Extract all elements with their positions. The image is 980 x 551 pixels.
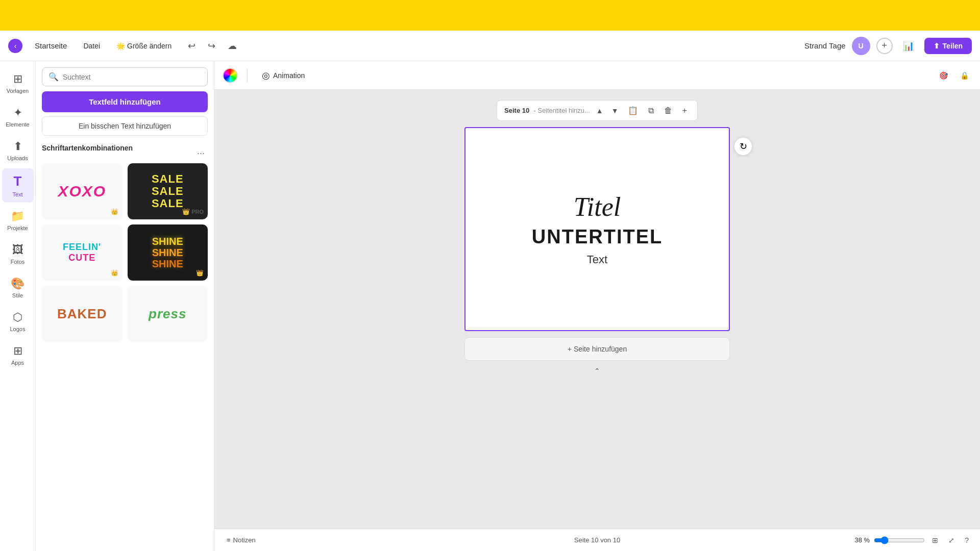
crown-icon-shine: 👑: [196, 269, 204, 277]
press-text: press: [149, 306, 186, 322]
project-name: Strand Tage: [804, 41, 846, 50]
page-down-button[interactable]: ▼: [609, 106, 621, 116]
fullscreen-button[interactable]: ⤢: [945, 534, 958, 546]
font-combo-sale[interactable]: SALE SALE SALE 👑 PRO: [128, 163, 208, 219]
page-up-button[interactable]: ▲: [594, 106, 605, 116]
page-duplicate-button[interactable]: ⧉: [645, 104, 657, 117]
status-bar: ≡ Notizen Seite 10 von 10 38 % ⊞ ⤢ ?: [214, 529, 980, 551]
color-swatch[interactable]: [223, 68, 238, 83]
file-button[interactable]: Datei: [79, 39, 104, 53]
page-copy-button[interactable]: 📋: [625, 104, 641, 117]
feelin-text: FEELIN' CUTE: [63, 242, 101, 263]
undo-button[interactable]: ↩: [184, 38, 200, 54]
canvas-white: Titel UNTERTITEL Text: [464, 127, 730, 331]
more-options-button[interactable]: ...: [194, 145, 208, 158]
sidebar-item-uploads[interactable]: ⬆ Uploads: [2, 135, 34, 166]
search-icon: 🔍: [48, 72, 59, 82]
font-combo-press[interactable]: press: [128, 286, 208, 342]
sidebar-item-apps[interactable]: ⊞ Apps: [2, 339, 34, 371]
navbar-center: ↩ ↪ ☁: [184, 38, 241, 54]
feelin-line1: FEELIN': [63, 242, 101, 253]
canvas-title[interactable]: Titel: [574, 192, 621, 222]
search-input[interactable]: [63, 73, 201, 81]
grid-view-button[interactable]: ⊞: [929, 534, 941, 546]
sale-line-2: SALE: [152, 185, 184, 197]
page-subtitle: - Seitentitel hinzu...: [533, 107, 590, 114]
page-add-button[interactable]: +: [679, 104, 690, 117]
zoom-slider-container: [874, 536, 925, 544]
sale-line-1: SALE: [152, 173, 184, 185]
xoxo-text: XOXO: [58, 183, 106, 200]
canvas-toolbar: ◎ Animation 🎯 🔒: [214, 61, 980, 90]
add-small-text-button[interactable]: Ein bisschen Text hinzufügen: [42, 116, 208, 136]
notes-button[interactable]: ≡ Notizen: [223, 534, 260, 546]
canvas-container: Titel UNTERTITEL Text ↻: [464, 127, 730, 331]
sidebar-item-projekte[interactable]: 📁 Projekte: [2, 205, 34, 236]
projekte-icon: 📁: [11, 210, 24, 223]
navbar-right: Strand Tage U + 📊 ⬆ Teilen: [804, 37, 972, 55]
stats-button[interactable]: 📊: [899, 38, 918, 54]
lock-button[interactable]: 🔒: [957, 69, 972, 82]
fotos-icon: 🖼: [12, 243, 23, 257]
navbar: ‹ Startseite Datei 🌟 Größe ändern ↩ ↪ ☁ …: [0, 31, 980, 61]
xoxo-crown: 👑: [111, 208, 118, 215]
sidebar-item-stile[interactable]: 🎨 Stile: [2, 272, 34, 304]
add-collaborator-button[interactable]: +: [876, 38, 893, 54]
collapse-pages-button[interactable]: ⌃: [591, 365, 603, 377]
sale-line-3: SALE: [152, 197, 184, 210]
help-button[interactable]: ?: [962, 534, 972, 546]
size-button[interactable]: 🌟 Größe ändern: [112, 39, 176, 53]
avatar: U: [852, 37, 870, 55]
baked-text: BAKED: [57, 306, 107, 322]
font-combo-xoxo[interactable]: XOXO 👑: [42, 163, 122, 219]
panel-content: 🔍 Textfeld hinzufügen Ein bisschen Text …: [36, 61, 214, 551]
cloud-button[interactable]: ☁: [224, 38, 241, 54]
filter-button[interactable]: 🎯: [936, 69, 951, 82]
share-button[interactable]: ⬆ Teilen: [924, 38, 972, 54]
font-combo-baked[interactable]: BAKED: [42, 286, 122, 342]
page-delete-button[interactable]: 🗑: [661, 104, 675, 117]
apps-icon: ⊞: [13, 344, 22, 358]
sidebar-item-elemente[interactable]: ✦ Elemente: [2, 101, 34, 133]
search-box: 🔍: [42, 67, 208, 86]
vorlagen-icon: ⊞: [13, 72, 22, 86]
font-combo-feelin[interactable]: FEELIN' CUTE 👑: [42, 224, 122, 281]
sidebar-item-fotos[interactable]: 🖼 Fotos: [2, 238, 34, 270]
sidebar-item-text[interactable]: T Text: [2, 168, 34, 203]
shine-line-1: SHINE: [152, 236, 183, 247]
logos-icon: ⬡: [13, 311, 22, 324]
feelin-crown: 👑: [111, 269, 118, 277]
redo-button[interactable]: ↪: [204, 38, 219, 54]
pro-label: PRO: [191, 209, 204, 215]
stile-icon: 🎨: [11, 277, 24, 290]
shine-text: SHINE SHINE SHINE: [152, 236, 183, 269]
sidebar-item-vorlagen[interactable]: ⊞ Vorlagen: [2, 67, 34, 99]
add-page-button[interactable]: + Seite hinzufügen: [464, 337, 730, 361]
status-left: ≡ Notizen: [223, 534, 468, 546]
zoom-slider[interactable]: [874, 536, 925, 544]
canvas-main: Seite 10 - Seitentitel hinzu... ▲ ▼ 📋 ⧉ …: [214, 90, 980, 529]
zoom-percent: 38 %: [855, 536, 870, 544]
left-panel: 🔍 Textfeld hinzufügen Ein bisschen Text …: [36, 61, 214, 551]
add-textfield-button[interactable]: Textfeld hinzufügen: [42, 91, 208, 112]
sun-icon: 🌟: [116, 42, 125, 50]
home-button[interactable]: Startseite: [31, 38, 71, 53]
divider: [247, 68, 248, 83]
canvas-subtitle[interactable]: UNTERTITEL: [532, 226, 663, 248]
refresh-button[interactable]: ↻: [734, 137, 752, 156]
sale-pro-badge: 👑 PRO: [182, 208, 204, 215]
animation-button[interactable]: ◎ Animation: [257, 67, 310, 84]
canvas-area: ◎ Animation 🎯 🔒 Seite 10 - Seitentitel h…: [214, 61, 980, 551]
uploads-icon: ⬆: [13, 140, 22, 153]
canvas-text[interactable]: Text: [587, 253, 607, 266]
elemente-icon: ✦: [13, 106, 22, 119]
status-right: 38 % ⊞ ⤢ ?: [726, 534, 972, 546]
share-icon: ⬆: [934, 42, 940, 50]
main-layout: ⊞ Vorlagen ✦ Elemente ⬆ Uploads T Text 📁…: [0, 61, 980, 551]
page-info: Seite 10 von 10: [574, 536, 620, 544]
sidebar-item-logos[interactable]: ⬡ Logos: [2, 306, 34, 337]
sale-text: SALE SALE SALE: [152, 173, 184, 210]
home-arrow-icon: ‹: [8, 39, 22, 53]
font-combo-shine[interactable]: SHINE SHINE SHINE 👑: [128, 224, 208, 281]
animation-icon: ◎: [262, 70, 270, 81]
